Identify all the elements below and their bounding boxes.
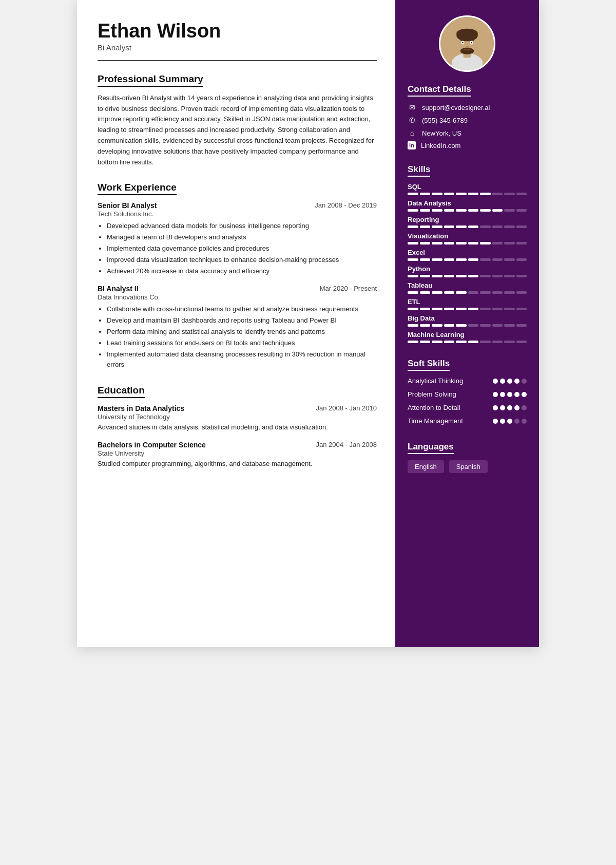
skill-seg-9-5 bbox=[468, 341, 479, 343]
skill-bar-6 bbox=[408, 291, 527, 294]
skill-seg-5-1 bbox=[420, 275, 431, 277]
soft-dot-3-4 bbox=[522, 419, 527, 424]
skill-name-9: Machine Learning bbox=[408, 331, 527, 339]
skill-seg-6-7 bbox=[492, 291, 503, 294]
skill-seg-4-9 bbox=[516, 258, 527, 261]
skill-seg-9-7 bbox=[492, 341, 503, 343]
soft-dot-0-3 bbox=[514, 379, 519, 384]
soft-dot-0-0 bbox=[493, 379, 498, 384]
skill-seg-0-4 bbox=[456, 193, 467, 195]
skill-seg-8-5 bbox=[468, 324, 479, 327]
contact-linkedin-value: LinkedIn.com bbox=[421, 142, 460, 149]
job-1-bullet-3: Implemented data governance policies and… bbox=[107, 243, 377, 254]
skill-seg-1-6 bbox=[480, 209, 491, 212]
skill-seg-9-8 bbox=[504, 341, 515, 343]
skill-seg-6-8 bbox=[504, 291, 515, 294]
skill-name-1: Data Analysis bbox=[408, 199, 527, 207]
soft-dot-3-0 bbox=[493, 419, 498, 424]
skill-bar-1 bbox=[408, 209, 527, 212]
skill-bar-2 bbox=[408, 225, 527, 228]
skill-name-8: Big Data bbox=[408, 314, 527, 322]
skill-name-2: Reporting bbox=[408, 216, 527, 223]
skill-seg-8-4 bbox=[456, 324, 467, 327]
soft-skill-row-2: Attention to Detail bbox=[408, 404, 527, 412]
soft-skills-section: Soft Skills Analytical ThinkingProblem S… bbox=[408, 359, 527, 430]
skill-seg-7-6 bbox=[480, 308, 491, 310]
job-1-bullet-1: Developed advanced data models for busin… bbox=[107, 221, 377, 232]
skill-seg-5-6 bbox=[480, 275, 491, 277]
job-1-bullet-5: Achieved 20% increase in data accuracy a… bbox=[107, 266, 377, 277]
job-1-dates: Jan 2008 - Dec 2019 bbox=[315, 201, 377, 209]
soft-skills-list: Analytical ThinkingProblem SolvingAttent… bbox=[408, 377, 527, 426]
skill-seg-3-8 bbox=[504, 242, 515, 245]
skill-seg-1-2 bbox=[432, 209, 442, 212]
candidate-title: Bi Analyst bbox=[98, 43, 377, 52]
job-1-title: Senior BI Analyst bbox=[98, 201, 157, 210]
edu-2-desc: Studied computer programming, algorithms… bbox=[98, 459, 377, 469]
skill-seg-0-6 bbox=[480, 193, 491, 195]
job-2: BI Analyst II Mar 2020 - Present Data In… bbox=[98, 285, 377, 370]
edu-2-degree: Bachelors in Computer Science bbox=[98, 441, 206, 449]
skill-seg-1-7 bbox=[492, 209, 503, 212]
skill-seg-3-7 bbox=[492, 242, 503, 245]
skill-seg-0-3 bbox=[444, 193, 455, 195]
contact-phone-value: (555) 345-6789 bbox=[422, 117, 468, 124]
soft-dot-3-3 bbox=[514, 419, 519, 424]
edu-1-desc: Advanced studies in data analysis, stati… bbox=[98, 422, 377, 432]
job-1-company: Tech Solutions Inc. bbox=[98, 210, 377, 218]
name-block: Ethan Wilson Bi Analyst bbox=[98, 21, 377, 52]
job-2-bullet-2: Develop and maintain BI dashboards and r… bbox=[107, 315, 377, 326]
soft-dots-2 bbox=[493, 405, 527, 410]
skill-seg-7-8 bbox=[504, 308, 515, 310]
skill-seg-2-8 bbox=[504, 225, 515, 228]
skill-seg-3-2 bbox=[432, 242, 442, 245]
skill-seg-3-1 bbox=[420, 242, 431, 245]
job-2-bullet-1: Collaborate with cross-functional teams … bbox=[107, 304, 377, 315]
soft-dot-3-1 bbox=[500, 419, 505, 424]
skill-seg-7-7 bbox=[492, 308, 503, 310]
skill-seg-3-6 bbox=[480, 242, 491, 245]
job-2-company: Data Innovations Co. bbox=[98, 293, 377, 301]
contact-phone: ✆ (555) 345-6789 bbox=[408, 116, 527, 125]
contact-location: ⌂ NewYork, US bbox=[408, 128, 527, 138]
skill-seg-2-0 bbox=[408, 225, 418, 228]
skill-name-5: Python bbox=[408, 265, 527, 273]
skill-seg-4-8 bbox=[504, 258, 515, 261]
skill-seg-7-1 bbox=[420, 308, 431, 310]
skill-bar-0 bbox=[408, 193, 527, 195]
skill-seg-8-1 bbox=[420, 324, 431, 327]
skill-seg-7-2 bbox=[432, 308, 442, 310]
skill-seg-3-4 bbox=[456, 242, 467, 245]
skill-seg-8-2 bbox=[432, 324, 442, 327]
left-column: Ethan Wilson Bi Analyst Professional Sum… bbox=[77, 0, 395, 647]
soft-dot-1-0 bbox=[493, 392, 498, 397]
skill-bar-4 bbox=[408, 258, 527, 261]
svg-point-10 bbox=[471, 42, 472, 44]
skill-seg-3-5 bbox=[468, 242, 479, 245]
job-2-bullet-5: Implemented automated data cleansing pro… bbox=[107, 349, 377, 371]
job-2-bullets: Collaborate with cross-functional teams … bbox=[107, 304, 377, 370]
svg-point-5 bbox=[456, 30, 478, 42]
soft-dot-2-3 bbox=[514, 405, 519, 410]
soft-skill-row-0: Analytical Thinking bbox=[408, 377, 527, 386]
soft-dot-0-4 bbox=[522, 379, 527, 384]
soft-dot-2-1 bbox=[500, 405, 505, 410]
skill-bar-8 bbox=[408, 324, 527, 327]
skill-seg-1-9 bbox=[516, 209, 527, 212]
job-2-bullet-3: Perform data mining and statistical anal… bbox=[107, 327, 377, 337]
skill-seg-4-4 bbox=[456, 258, 467, 261]
contact-section: Contact Details ✉ support@cvdesigner.ai … bbox=[408, 84, 527, 153]
soft-dot-1-2 bbox=[507, 392, 512, 397]
contact-email: ✉ support@cvdesigner.ai bbox=[408, 103, 527, 112]
skill-seg-2-4 bbox=[456, 225, 467, 228]
right-column: Contact Details ✉ support@cvdesigner.ai … bbox=[395, 0, 539, 647]
skill-seg-9-3 bbox=[444, 341, 455, 343]
avatar-image bbox=[440, 15, 494, 72]
phone-icon: ✆ bbox=[408, 116, 417, 125]
skill-seg-2-2 bbox=[432, 225, 442, 228]
skill-seg-4-2 bbox=[432, 258, 442, 261]
soft-skill-row-1: Problem Solving bbox=[408, 390, 527, 399]
soft-dot-1-1 bbox=[500, 392, 505, 397]
soft-skill-row-3: Time Management bbox=[408, 417, 527, 426]
skill-seg-2-7 bbox=[492, 225, 503, 228]
